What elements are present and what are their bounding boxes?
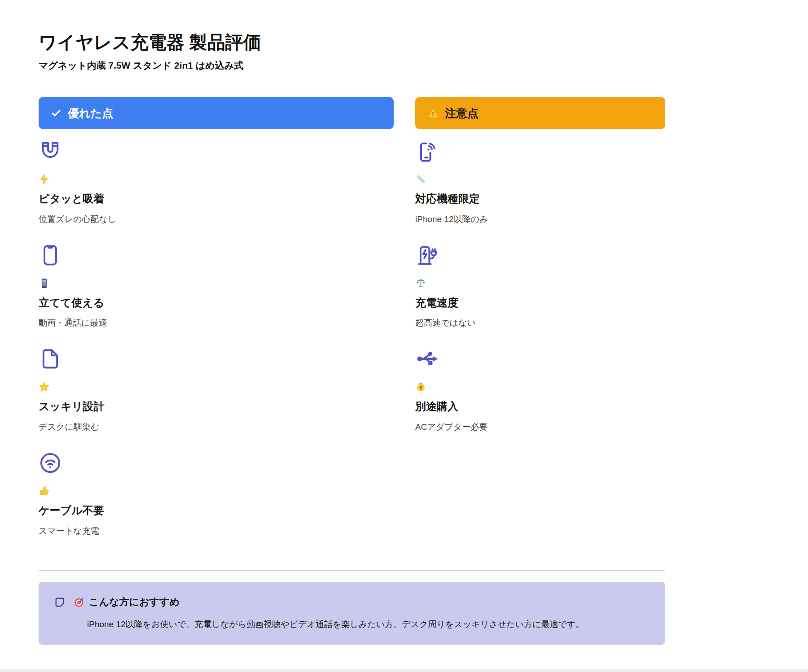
- feature-item: 立てて使える動画・通話に最適: [39, 244, 394, 329]
- money-bag-emoji: $: [415, 381, 665, 393]
- cons-column: 注意点 対応機種限定iPhone 12以降のみ充電速度超高速ではない$別途購入A…: [415, 97, 665, 451]
- sticky-note-icon: [54, 596, 66, 608]
- feature-description: 超高速ではない: [415, 318, 665, 328]
- recommendation-header: こんな方におすすめ: [54, 595, 647, 609]
- feature-title: スッキリ設計: [39, 400, 394, 413]
- page-title: ワイヤレス充電器 製品評価: [39, 0, 665, 53]
- balance-scale-emoji: [415, 278, 665, 289]
- charging-station-icon: [415, 244, 439, 267]
- magnet-icon: [39, 140, 62, 163]
- mobile-phone-emoji: [39, 278, 394, 289]
- star-emoji: [39, 381, 394, 393]
- product-evaluation-page: ワイヤレス充電器 製品評価 マグネット内蔵 7.5W スタンド 2in1 はめ込…: [0, 0, 808, 672]
- usb-icon: [415, 347, 439, 371]
- warning-icon: [427, 107, 439, 119]
- evaluation-columns: 優れた点 ピタッと吸着位置ズレの心配なし立てて使える動画・通話に最適スッキリ設計…: [39, 97, 665, 555]
- page-content: ワイヤレス充電器 製品評価 マグネット内蔵 7.5W スタンド 2in1 はめ込…: [39, 0, 665, 645]
- feature-title: ケーブル不要: [39, 504, 394, 517]
- pros-column: 優れた点 ピタッと吸着位置ズレの心配なし立てて使える動画・通話に最適スッキリ設計…: [39, 97, 394, 555]
- pros-items: ピタッと吸着位置ズレの心配なし立てて使える動画・通話に最適スッキリ設計デスクに馴…: [39, 140, 394, 536]
- feature-item: 対応機種限定iPhone 12以降のみ: [415, 140, 665, 225]
- feature-item: ピタッと吸着位置ズレの心配なし: [39, 140, 394, 225]
- feature-description: ACアダプター必要: [415, 422, 665, 432]
- pros-header: 優れた点: [39, 97, 394, 129]
- feature-title: ピタッと吸着: [39, 192, 394, 205]
- feature-item: ケーブル不要スマートな充電: [39, 451, 394, 537]
- feature-title: 対応機種限定: [415, 192, 665, 205]
- smartphone-icon: [39, 244, 62, 267]
- svg-text:$: $: [420, 385, 422, 390]
- feature-title: 別途購入: [415, 400, 665, 413]
- bottom-strip: [0, 669, 808, 672]
- feature-item: $別途購入ACアダプター必要: [415, 347, 665, 432]
- cons-items: 対応機種限定iPhone 12以降のみ充電速度超高速ではない$別途購入ACアダプ…: [415, 140, 665, 432]
- feature-item: 充電速度超高速ではない: [415, 244, 665, 329]
- check-icon: [50, 107, 62, 119]
- recommendation-title: こんな方におすすめ: [89, 595, 180, 609]
- file-icon: [39, 347, 62, 371]
- cons-header: 注意点: [415, 97, 665, 129]
- feature-title: 立てて使える: [39, 297, 394, 310]
- ruler-emoji: [415, 174, 665, 185]
- smartphone-nfc-icon: [415, 140, 439, 163]
- page-subtitle: マグネット内蔵 7.5W スタンド 2in1 はめ込み式: [39, 59, 665, 72]
- thumbs-up-emoji: [39, 485, 394, 497]
- feature-description: 動画・通話に最適: [39, 318, 394, 328]
- recommendation-body: iPhone 12以降をお使いで、充電しながら動画視聴やビデオ通話を楽しみたい方…: [87, 619, 647, 630]
- feature-item: スッキリ設計デスクに馴染む: [39, 347, 394, 432]
- feature-title: 充電速度: [415, 297, 665, 310]
- feature-description: スマートな充電: [39, 526, 394, 537]
- zap-emoji: [39, 174, 394, 185]
- feature-description: 位置ズレの心配なし: [39, 214, 394, 225]
- cons-header-label: 注意点: [445, 106, 479, 121]
- wifi-circle-icon: [39, 451, 62, 475]
- feature-description: iPhone 12以降のみ: [415, 214, 665, 225]
- recommendation-box: こんな方におすすめ iPhone 12以降をお使いで、充電しながら動画視聴やビデ…: [39, 582, 665, 645]
- target-emoji: [74, 597, 85, 608]
- section-divider: [39, 570, 665, 571]
- feature-description: デスクに馴染む: [39, 422, 394, 432]
- pros-header-label: 優れた点: [68, 106, 113, 121]
